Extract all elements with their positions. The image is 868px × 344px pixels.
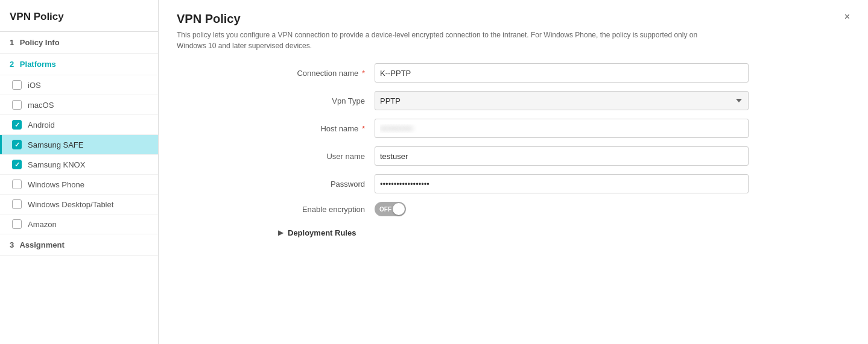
platform-samsung-knox-checkbox[interactable]: [12, 160, 22, 169]
platform-samsung-safe-label: Samsung SAFE: [28, 140, 84, 149]
page-title: VPN Policy: [177, 12, 241, 26]
enable-encryption-toggle-wrapper: OFF: [375, 202, 406, 216]
host-name-input[interactable]: [375, 119, 749, 138]
enable-encryption-toggle[interactable]: OFF: [375, 202, 406, 216]
user-name-label: User name: [278, 152, 375, 161]
sidebar-item-policy-info[interactable]: 1 Policy Info: [0, 32, 158, 54]
enable-encryption-label: Enable encryption: [278, 205, 375, 214]
password-row: Password: [278, 174, 749, 193]
vpn-type-row: Vpn Type PPTP L2TP IPSec IKEv2: [278, 91, 749, 110]
platform-windows-phone-checkbox[interactable]: [12, 180, 22, 189]
enable-encryption-row: Enable encryption OFF: [278, 202, 749, 216]
close-button[interactable]: ×: [844, 12, 850, 22]
platform-windows-phone-label: Windows Phone: [28, 180, 84, 189]
host-name-label: Host name *: [278, 124, 375, 133]
platform-windows-desktop-label: Windows Desktop/Tablet: [28, 200, 113, 209]
platform-android-checkbox[interactable]: [12, 120, 22, 130]
platform-samsung-knox-label: Samsung KNOX: [28, 160, 85, 169]
toggle-off-label: OFF: [379, 206, 391, 213]
password-label: Password: [278, 180, 375, 189]
sidebar: VPN Policy 1 Policy Info 2 Platforms iOS…: [0, 0, 159, 344]
platform-macos-label: macOS: [28, 101, 54, 110]
platform-ios-checkbox[interactable]: [12, 80, 22, 90]
platform-amazon[interactable]: Amazon: [0, 214, 158, 234]
platform-samsung-safe[interactable]: Samsung SAFE: [0, 135, 158, 155]
toggle-thumb: [393, 203, 405, 215]
sidebar-title: VPN Policy: [0, 0, 158, 32]
platform-android-label: Android: [28, 120, 55, 130]
main-content: VPN Policy × This policy lets you config…: [159, 0, 868, 344]
connection-name-input[interactable]: [375, 63, 749, 83]
main-header: VPN Policy ×: [177, 12, 850, 26]
vpn-type-label: Vpn Type: [278, 96, 375, 105]
vpn-type-select[interactable]: PPTP L2TP IPSec IKEv2: [375, 91, 749, 110]
platform-samsung-safe-checkbox[interactable]: [12, 140, 22, 149]
host-name-required: *: [362, 124, 365, 133]
platform-samsung-knox[interactable]: Samsung KNOX: [0, 155, 158, 175]
platform-android[interactable]: Android: [0, 115, 158, 135]
platform-windows-desktop-checkbox[interactable]: [12, 199, 22, 209]
connection-name-required: *: [362, 69, 365, 78]
sidebar-item-assignment[interactable]: 3 Assignment: [0, 234, 158, 256]
platform-ios[interactable]: iOS: [0, 75, 158, 95]
host-name-row: Host name *: [278, 119, 749, 138]
user-name-input[interactable]: [375, 146, 749, 166]
platform-ios-label: iOS: [28, 81, 41, 90]
connection-name-label: Connection name *: [278, 69, 375, 78]
sidebar-item-platforms[interactable]: 2 Platforms: [0, 54, 158, 75]
platform-windows-phone[interactable]: Windows Phone: [0, 175, 158, 195]
platform-macos-checkbox[interactable]: [12, 100, 22, 110]
platform-amazon-label: Amazon: [28, 220, 57, 229]
deployment-rules-label: Deployment Rules: [288, 228, 356, 237]
form-area: Connection name * Vpn Type PPTP L2TP IPS…: [278, 63, 749, 241]
platform-windows-desktop[interactable]: Windows Desktop/Tablet: [0, 195, 158, 214]
platform-macos[interactable]: macOS: [0, 95, 158, 115]
deployment-rules-header[interactable]: ▶ Deployment Rules: [278, 225, 749, 241]
deployment-rules-section: ▶ Deployment Rules: [278, 225, 749, 241]
connection-name-row: Connection name *: [278, 63, 749, 83]
toggle-track: OFF: [375, 202, 406, 216]
page-description: This policy lets you configure a VPN con…: [177, 30, 720, 51]
user-name-row: User name: [278, 146, 749, 166]
platform-amazon-checkbox[interactable]: [12, 219, 22, 229]
deployment-rules-arrow: ▶: [278, 229, 283, 237]
password-input[interactable]: [375, 174, 749, 193]
